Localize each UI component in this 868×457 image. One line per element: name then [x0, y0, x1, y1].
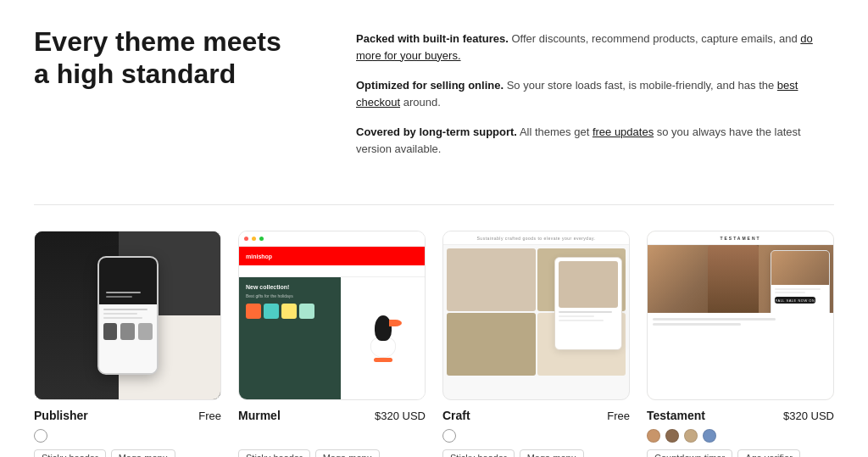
theme-card-murmel[interactable]: minishop New collection! Best gifts for …: [238, 231, 426, 457]
craft-inner: Sustainably crafted goods to elevate you…: [443, 231, 629, 399]
testament-color-3[interactable]: [684, 429, 698, 443]
murmel-colors: [238, 429, 426, 443]
murmel-panel-title: New collection!: [246, 284, 334, 290]
testament-color-4[interactable]: [703, 429, 716, 443]
publisher-tag-2[interactable]: Mega menu: [111, 449, 175, 457]
murmel-tags: Sticky header Mega menu Color swatches: [238, 449, 426, 457]
craft-color-swatch-1[interactable]: [442, 429, 456, 443]
feature-text2-2: around.: [403, 96, 441, 109]
hero-right: Packed with built-in features. Offer dis…: [356, 25, 834, 170]
testament-bottom-text-2: [653, 323, 741, 326]
publisher-price: Free: [198, 410, 221, 422]
themes-grid: Publisher Free Sticky header Mega menu S…: [34, 231, 834, 457]
craft-price: Free: [607, 410, 630, 422]
theme-preview-murmel: minishop New collection! Best gifts for …: [238, 231, 426, 400]
murmel-tag-2[interactable]: Mega menu: [315, 449, 380, 457]
feature-selling: Optimized for selling online. So your st…: [356, 77, 834, 110]
feature-bold-1: Packed with built-in features.: [356, 32, 509, 45]
feature-bold-2: Optimized for selling online.: [356, 79, 504, 92]
testament-tags: Countdown timer Age verifier Color swatc…: [647, 449, 834, 457]
craft-colors: [442, 429, 630, 443]
craft-tag-2[interactable]: Mega menu: [520, 449, 584, 457]
murmel-inner: minishop New collection! Best gifts for …: [239, 231, 425, 399]
publisher-tags: Sticky header Mega menu Stock counter: [34, 449, 221, 457]
theme-meta-craft: Craft Free: [442, 409, 630, 422]
murmel-logo-bar: minishop: [239, 247, 425, 265]
murmel-tag-1[interactable]: Sticky header: [238, 449, 310, 457]
testament-colors: [647, 429, 834, 443]
theme-meta-testament: Testament $320 USD: [647, 409, 834, 422]
theme-card-publisher[interactable]: Publisher Free Sticky header Mega menu S…: [34, 231, 221, 457]
murmel-dot-red: [244, 237, 248, 241]
murmel-body: New collection! Best gifts for the holid…: [239, 277, 425, 399]
theme-meta-murmel: Murmel $320 USD: [238, 409, 426, 422]
craft-tags: Sticky header Mega menu: [442, 449, 630, 457]
section-divider: [34, 204, 834, 205]
testament-header-bar: TESTAMENT: [648, 231, 833, 245]
feature-bold-3: Covered by long-term support.: [356, 125, 517, 138]
testament-color-1[interactable]: [647, 429, 660, 443]
murmel-price: $320 USD: [375, 410, 426, 422]
craft-name: Craft: [442, 409, 470, 422]
publisher-tag-1[interactable]: Sticky header: [34, 449, 106, 457]
murmel-name: Murmel: [238, 409, 281, 422]
theme-preview-craft: Sustainably crafted goods to elevate you…: [442, 231, 630, 400]
craft-tag-1[interactable]: Sticky header: [442, 449, 515, 457]
feature-built-in: Packed with built-in features. Offer dis…: [356, 31, 834, 64]
craft-img-1: [447, 248, 536, 311]
theme-meta-publisher: Publisher Free: [34, 409, 221, 422]
feature-text-1: Offer discounts, recommend products, cap…: [512, 32, 801, 45]
testament-color-2[interactable]: [665, 429, 679, 443]
testament-bottom: [648, 313, 833, 399]
murmel-dot-green: [259, 237, 264, 241]
publisher-color-swatch-1[interactable]: [34, 429, 47, 443]
craft-float-card: [554, 257, 622, 350]
theme-card-testament[interactable]: TESTAMENT: [647, 231, 834, 457]
page-wrapper: Every theme meets a high standard Packed…: [0, 0, 868, 457]
testament-tag-1[interactable]: Countdown timer: [647, 449, 732, 457]
feature-text-2: So your store loads fast, is mobile-frie…: [507, 79, 777, 92]
theme-card-craft[interactable]: Sustainably crafted goods to elevate you…: [442, 231, 630, 457]
hero-title: Every theme meets a high standard: [34, 25, 305, 91]
theme-preview-publisher: [34, 231, 221, 400]
testament-price: $320 USD: [783, 410, 834, 422]
craft-header-bar: Sustainably crafted goods to elevate you…: [443, 231, 629, 245]
theme-preview-testament: TESTAMENT: [647, 231, 834, 400]
hero-left: Every theme meets a high standard: [34, 25, 305, 170]
murmel-logo: minishop: [246, 254, 272, 259]
feature-link-3[interactable]: free updates: [593, 125, 654, 138]
murmel-dot-yellow: [252, 237, 256, 241]
hero-section: Every theme meets a high standard Packed…: [34, 25, 834, 170]
murmel-nav: [239, 265, 425, 277]
murmel-right-panel: [341, 277, 425, 399]
testament-hero: FALL SALE NOW ON: [648, 245, 833, 313]
craft-img-3: [447, 313, 536, 376]
testament-name: Testament: [647, 409, 705, 422]
murmel-header: [239, 231, 425, 247]
testament-bottom-text-1: [653, 318, 776, 320]
feature-text-3: All themes get: [520, 125, 593, 138]
testament-inner: TESTAMENT: [648, 231, 833, 399]
murmel-left-panel: New collection! Best gifts for the holid…: [239, 277, 341, 399]
testament-tag-2[interactable]: Age verifier: [737, 449, 800, 457]
testament-float-card: FALL SALE NOW ON: [771, 250, 830, 313]
publisher-name: Publisher: [34, 409, 88, 422]
publisher-colors: [34, 429, 221, 443]
feature-support: Covered by long-term support. All themes…: [356, 124, 834, 157]
